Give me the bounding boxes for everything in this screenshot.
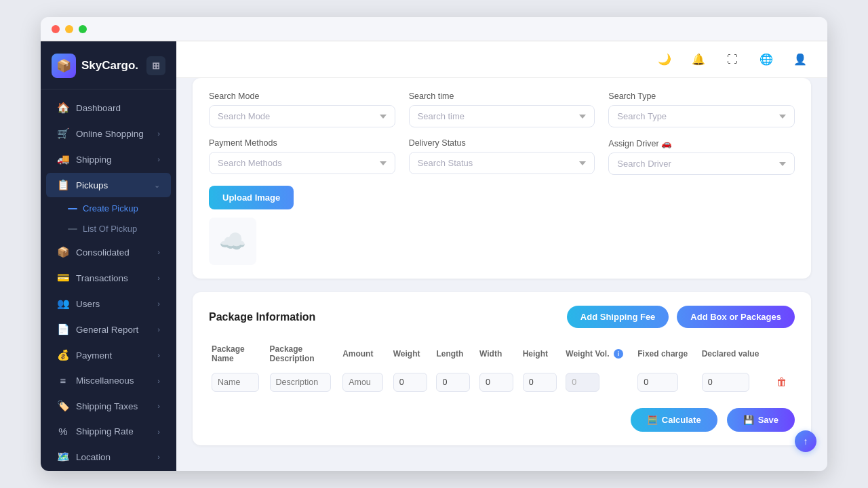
sidebar-label-dashboard: Dashboard xyxy=(76,103,121,113)
filter-card: Search Mode Search Mode Search time Sear… xyxy=(193,78,811,279)
chevron-icon: › xyxy=(157,248,160,256)
minimize-button[interactable] xyxy=(65,25,73,33)
shopping-icon: 🛒 xyxy=(57,127,69,140)
user-button[interactable]: 👤 xyxy=(789,49,811,70)
methods-label: Payment Methods xyxy=(209,138,395,148)
chevron-icon: › xyxy=(157,428,160,436)
upload-cloud-icon: ☁️ xyxy=(219,228,246,254)
status-label: Delivery Status xyxy=(409,138,595,148)
sidebar-label-shipping: Shipping xyxy=(76,155,112,165)
chevron-icon: › xyxy=(157,129,160,138)
input-amount[interactable] xyxy=(342,373,383,392)
scroll-top-button[interactable]: ↑ xyxy=(795,430,816,452)
col-width: Width xyxy=(477,340,520,370)
mode-label: Search Mode xyxy=(209,92,395,101)
maximize-button[interactable] xyxy=(79,25,87,33)
titlebar xyxy=(41,17,827,41)
dash-inactive-icon xyxy=(68,228,77,230)
tax-icon: 🏷️ xyxy=(57,400,69,412)
misc-icon: ≡ xyxy=(57,375,69,386)
chevron-icon: › xyxy=(157,274,160,282)
truck-icon: 🚚 xyxy=(57,153,69,165)
sidebar-item-dashboard[interactable]: 🏠 Dashboard xyxy=(46,96,171,120)
sidebar-item-location[interactable]: 🗺️ Location › xyxy=(46,445,171,469)
methods-select[interactable]: Search Methods xyxy=(209,152,395,174)
upload-image-button[interactable]: Upload Image xyxy=(209,186,294,209)
input-declared-value[interactable] xyxy=(702,373,749,392)
sidebar-sub-list-of-pickup[interactable]: List Of Pickup xyxy=(62,219,176,239)
cell-fixed-charge xyxy=(635,370,698,394)
sidebar-item-pickups[interactable]: 📋 Pickups ⌄ xyxy=(46,173,171,197)
package-card: Package Information Add Shipping Fee Add… xyxy=(193,292,811,445)
cell-delete: 🗑 xyxy=(771,370,795,394)
save-button[interactable]: 💾 Save xyxy=(727,408,795,432)
sidebar-item-users[interactable]: 👥 Users › xyxy=(46,291,171,316)
input-weight[interactable] xyxy=(393,373,427,392)
layers-icon: 📦 xyxy=(57,246,69,258)
cell-amount xyxy=(340,370,391,394)
dark-mode-button[interactable]: 🌙 xyxy=(654,49,675,70)
time-label: Search time xyxy=(409,92,595,101)
chevron-icon: › xyxy=(157,351,160,359)
sidebar-item-miscellaneous[interactable]: ≡ Miscellaneous › xyxy=(46,369,171,392)
type-select[interactable]: Search Type xyxy=(608,105,795,127)
add-shipping-fee-button[interactable]: Add Shipping Fee xyxy=(567,306,669,328)
sidebar-label-users: Users xyxy=(76,299,100,309)
dash-icon xyxy=(68,208,77,209)
sidebar-label-consolidated: Consolidated xyxy=(76,247,130,258)
input-width[interactable] xyxy=(479,373,513,392)
sidebar-item-consolidated[interactable]: 📦 Consolidated › xyxy=(46,240,171,264)
close-button[interactable] xyxy=(52,25,60,33)
sidebar: 📦 SkyCargo. ⊞ 🏠 Dashboard 🛒 Online Shopp… xyxy=(41,41,176,471)
sidebar-label-payment: Payment xyxy=(76,350,112,361)
sidebar-label-location: Location xyxy=(76,452,111,462)
add-box-button[interactable]: Add Box or Packages xyxy=(677,306,795,328)
cell-height xyxy=(520,370,564,394)
input-package-name[interactable] xyxy=(212,373,259,392)
home-icon: 🏠 xyxy=(57,102,69,114)
sidebar-sub-create-pickup[interactable]: Create Pickup xyxy=(62,199,176,218)
sidebar-item-transactions[interactable]: 💳 Transactions › xyxy=(46,266,171,290)
grid-icon[interactable]: ⊞ xyxy=(146,56,165,75)
sidebar-item-general-report[interactable]: 📄 General Report › xyxy=(46,317,171,342)
table-row: 🗑 xyxy=(209,370,795,394)
input-package-desc[interactable] xyxy=(270,373,331,392)
type-label: Search Type xyxy=(608,92,795,101)
pickups-submenu: Create Pickup List Of Pickup xyxy=(41,198,176,239)
upload-preview: ☁️ xyxy=(209,218,256,265)
notifications-button[interactable]: 🔔 xyxy=(688,49,709,70)
sidebar-item-shipping-taxes[interactable]: 🏷️ Shipping Taxes › xyxy=(46,394,171,418)
status-select[interactable]: Search Status xyxy=(409,152,595,174)
clipboard-icon: 📋 xyxy=(57,179,69,191)
cell-declared-value xyxy=(699,370,771,394)
expand-button[interactable]: ⛶ xyxy=(722,49,743,70)
weight-vol-info-icon[interactable]: i xyxy=(614,349,623,359)
calculate-button[interactable]: 🧮 Calculate xyxy=(631,408,717,432)
time-select[interactable]: Search time xyxy=(409,105,595,127)
delete-row-button[interactable]: 🗑 xyxy=(774,373,790,391)
input-height[interactable] xyxy=(523,373,557,392)
location-icon: 🗺️ xyxy=(57,451,69,463)
language-button[interactable]: 🌐 xyxy=(755,49,777,70)
filter-row-1: Search Mode Search Mode Search time Sear… xyxy=(209,92,795,127)
sidebar-item-shipping-rate[interactable]: % Shipping Rate › xyxy=(46,420,171,443)
cell-desc xyxy=(267,370,340,394)
col-height: Height xyxy=(520,340,564,370)
input-fixed-charge[interactable] xyxy=(637,373,678,392)
mode-select[interactable]: Search Mode xyxy=(209,105,395,127)
sidebar-item-payment[interactable]: 💰 Payment › xyxy=(46,343,171,367)
rate-icon: % xyxy=(57,426,69,437)
sidebar-item-online-shopping[interactable]: 🛒 Online Shopping › xyxy=(46,121,171,146)
driver-select[interactable]: Search Driver xyxy=(608,152,795,175)
package-actions: Add Shipping Fee Add Box or Packages xyxy=(567,306,795,328)
package-title: Package Information xyxy=(209,311,315,323)
sidebar-label-pickups: Pickups xyxy=(76,180,108,190)
chevron-icon: › xyxy=(157,155,160,163)
sub-label-list-of-pickup: List Of Pickup xyxy=(83,224,137,234)
save-icon: 💾 xyxy=(743,415,754,425)
users-icon: 👥 xyxy=(57,298,69,310)
methods-group: Payment Methods Search Methods xyxy=(209,138,395,175)
col-fixed-charge: Fixed charge xyxy=(635,340,698,370)
sidebar-item-shipping[interactable]: 🚚 Shipping › xyxy=(46,147,171,171)
input-length[interactable] xyxy=(436,373,470,392)
